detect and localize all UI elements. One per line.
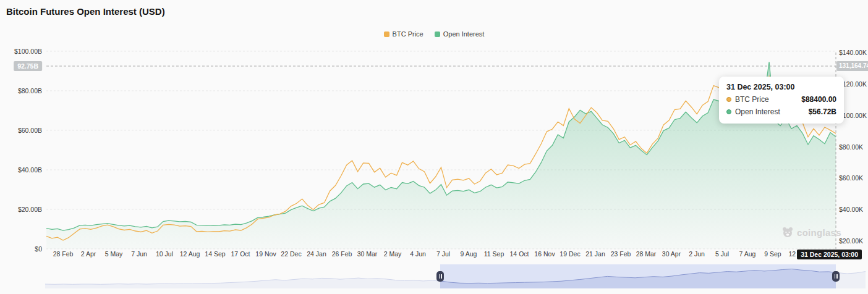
legend-label-open-interest: Open Interest (443, 30, 485, 38)
right-axis-label: $20.00K (839, 237, 863, 245)
left-axis-label: $0 (0, 245, 42, 253)
tooltip-row-btc-price: BTC Price $88400.00 (726, 95, 836, 104)
left-axis-crosshair-badge: 92.75B (14, 61, 42, 71)
chart-canvas[interactable] (0, 0, 868, 294)
watermark-text: coinglass (797, 227, 841, 238)
left-axis-label: $40.00B (0, 166, 42, 174)
legend: BTC Price Open Interest (0, 30, 868, 38)
x-axis-tick-label: 7 Jun (131, 250, 147, 258)
x-axis-tick-label: 30 Mar (357, 250, 378, 258)
navigator-dim-left (45, 264, 440, 288)
left-axis-label: $100.00B (0, 48, 42, 55)
chart-card: Bitcoin Futures Open Interest (USD) BTC … (0, 0, 868, 294)
x-axis-tick-label: 21 Jan (585, 250, 605, 258)
tooltip-label-btc-price: BTC Price (735, 95, 769, 104)
x-axis-tick-label: 9 Sep (764, 250, 781, 258)
x-axis-tick-label: 10 Jul (156, 250, 173, 258)
x-axis-tick-label: 2 Apr (81, 250, 96, 258)
x-axis-tick-label: 19 Dec (560, 250, 580, 258)
x-axis-tick-label: 11 Sep (484, 250, 504, 258)
x-axis-tick-label: 7 Jul (436, 250, 450, 258)
chart-tooltip: 31 Dec 2025, 03:00 BTC Price $88400.00 O… (719, 77, 844, 124)
open-interest-dot-icon (726, 109, 731, 114)
right-axis-label: $40.00K (839, 206, 863, 213)
x-axis-tick-label: 2 Jun (689, 250, 705, 258)
right-axis-label: $60.00K (839, 174, 863, 182)
x-axis-tick-label: 30 Apr (662, 250, 681, 258)
x-axis-tick-label: 5 Jul (715, 250, 729, 258)
tooltip-value-btc-price: $88400.00 (801, 95, 836, 104)
tooltip-label-open-interest: Open Interest (735, 107, 780, 116)
navigator-dim-right (836, 264, 866, 288)
x-axis-tick-label: 7 Aug (739, 250, 756, 258)
coinglass-watermark: coinglass (781, 226, 841, 238)
x-axis-tick-label: 24 Jan (307, 250, 326, 258)
open-interest-swatch-icon (435, 32, 440, 37)
tooltip-title: 31 Dec 2025, 03:00 (726, 83, 836, 91)
navigator-left-handle[interactable] (436, 271, 444, 282)
coinglass-logo-icon (781, 226, 794, 238)
left-axis-label: $20.00B (0, 206, 42, 213)
x-axis-crosshair-badge: 31 Dec 2025, 03:00 (797, 250, 862, 259)
right-axis-label: $80.00K (839, 143, 863, 151)
x-axis-tick-label: 19 Nov (255, 250, 276, 258)
legend-label-btc-price: BTC Price (393, 30, 423, 38)
left-axis-label: $80.00B (0, 87, 42, 94)
x-axis-tick-label: 28 Mar (636, 250, 657, 258)
x-axis-tick-label: 12 Aug (180, 250, 200, 258)
left-axis-label: $60.00B (0, 127, 42, 134)
right-axis-crosshair-badge: 131,164.74 (836, 61, 868, 71)
x-axis-tick-label: 28 Feb (53, 250, 74, 258)
x-axis-tick-label: 22 Dec (281, 250, 301, 258)
btc-price-dot-icon (726, 97, 731, 102)
tooltip-value-open-interest: $56.72B (809, 107, 836, 116)
btc-price-swatch-icon (384, 32, 389, 37)
x-axis-tick-label: 26 Feb (332, 250, 352, 258)
legend-item-open-interest[interactable]: Open Interest (435, 30, 485, 38)
tooltip-row-open-interest: Open Interest $56.72B (726, 107, 836, 116)
x-axis-tick-label: 5 May (105, 250, 123, 258)
x-axis-tick-label: 4 Jun (410, 250, 426, 258)
navigator-right-handle[interactable] (832, 271, 840, 282)
x-axis-tick-label: 9 Aug (461, 250, 477, 258)
right-axis-label: $140.00K (839, 49, 867, 56)
x-axis-tick-label: 17 Oct (231, 250, 250, 258)
x-axis-tick-label: 2 May (384, 250, 402, 258)
x-axis-tick-label: 14 Oct (510, 250, 529, 258)
x-axis-tick-label: 23 Feb (611, 250, 631, 258)
x-axis-tick-label: 16 Nov (534, 250, 555, 258)
legend-item-btc-price[interactable]: BTC Price (384, 30, 423, 38)
x-axis-tick-label: 14 Sep (205, 250, 225, 258)
